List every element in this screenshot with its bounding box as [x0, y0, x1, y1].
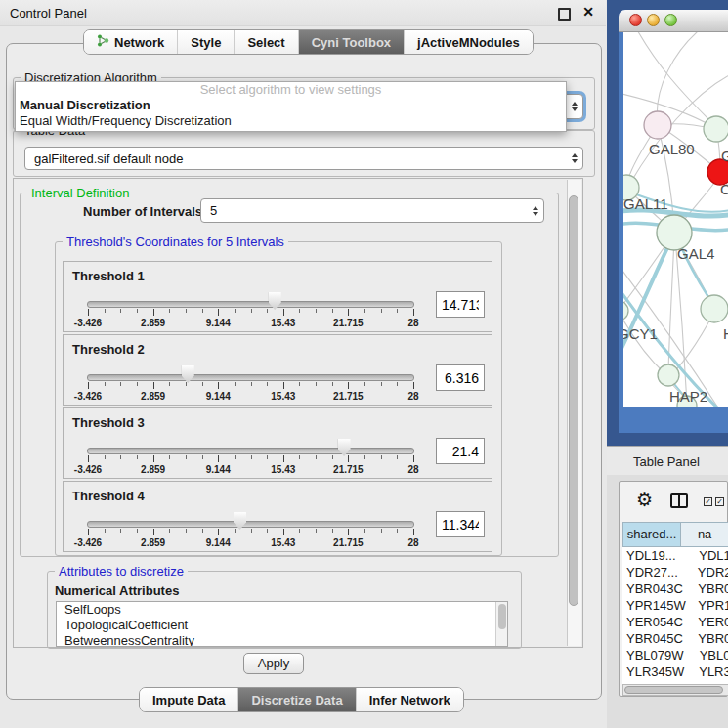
tick-mark: [332, 309, 333, 313]
node-label: C: [720, 181, 728, 197]
cell-name: YPR1: [690, 597, 728, 614]
network-node[interactable]: [658, 364, 679, 386]
slider-track[interactable]: [87, 448, 414, 454]
slider-track[interactable]: [87, 521, 414, 528]
tick-mark: [235, 455, 236, 459]
column-header-shared-name[interactable]: shared...: [622, 522, 681, 547]
slider-track[interactable]: [87, 301, 414, 308]
tick-mark: [88, 309, 89, 316]
tick-mark: [137, 455, 138, 459]
tick-label: 9.144: [206, 537, 231, 548]
tick-label: 15.43: [271, 391, 295, 402]
table-row[interactable]: YDR27...YDR2: [622, 564, 728, 580]
tick-label: 28: [407, 391, 418, 402]
threshold-value-field[interactable]: [436, 291, 485, 318]
number-of-intervals-value: 5: [201, 203, 528, 218]
table-hscrollbar-thumb[interactable]: [624, 686, 723, 694]
table-row[interactable]: YBL079WYBL0: [622, 647, 728, 664]
close-traffic-light[interactable]: [629, 14, 642, 26]
tick-label: 2.859: [141, 537, 165, 548]
tick-mark: [283, 382, 284, 389]
tab-cyni-toolbox[interactable]: Cyni Toolbox: [298, 30, 404, 54]
tick-mark: [332, 455, 333, 459]
tick-mark: [381, 382, 382, 386]
tab-select[interactable]: Select: [234, 30, 297, 54]
tick-label: 9.144: [206, 318, 231, 328]
cell-name: YBR0: [690, 630, 728, 647]
tick-mark: [413, 529, 414, 535]
attributes-scrollbar-thumb[interactable]: [498, 604, 506, 629]
tab-style[interactable]: Style: [177, 30, 234, 54]
network-node[interactable]: [701, 295, 728, 322]
threshold-value-field[interactable]: [436, 438, 485, 464]
number-of-intervals-combobox[interactable]: 5: [200, 198, 544, 223]
tab-network[interactable]: Network: [84, 30, 177, 54]
table-row[interactable]: YPR145WYPR1: [622, 597, 728, 614]
tick-label: 15.43: [271, 464, 295, 475]
zoom-traffic-light[interactable]: [664, 14, 677, 26]
threshold-label: Threshold 2: [72, 342, 145, 357]
settings-scrollbar-thumb[interactable]: [569, 195, 578, 606]
tab-infer-network[interactable]: Infer Network: [356, 688, 463, 711]
slider-track[interactable]: [87, 374, 414, 381]
network-graph: GAL80GACGAL11GAL4GCY1HHAP2: [623, 32, 728, 407]
tick-mark: [413, 455, 414, 462]
float-icon[interactable]: [558, 8, 571, 21]
tick-mark: [137, 382, 138, 386]
algorithm-dropdown-popup: Select algorithm to view settings Manual…: [15, 81, 567, 132]
select-columns-icon[interactable]: [704, 497, 724, 506]
tick-mark: [120, 309, 121, 313]
tab-discretize-data[interactable]: Discretize Data: [237, 688, 355, 711]
table-row[interactable]: YBR043CYBR0: [622, 580, 728, 597]
popup-item-manual-discretization[interactable]: Manual Discretization: [16, 98, 566, 113]
attributes-scrollbar-track[interactable]: [495, 602, 507, 646]
gear-icon[interactable]: [636, 489, 653, 511]
tick-mark: [283, 529, 284, 535]
attribute-list-item[interactable]: TopologicalCoefficient: [57, 618, 507, 633]
tick-mark: [267, 382, 268, 386]
threshold-value-field[interactable]: [436, 511, 485, 537]
threshold-label: Threshold 3: [72, 415, 145, 430]
network-canvas[interactable]: GAL80GACGAL11GAL4GCY1HHAP2: [623, 32, 728, 407]
checkbox-icon: [704, 497, 712, 506]
slider-ticks: -3.4262.8599.14415.4321.71528: [88, 382, 413, 402]
column-header-name[interactable]: na: [681, 522, 728, 547]
tick-mark: [202, 309, 203, 313]
tick-mark: [267, 529, 268, 533]
tab-impute-data[interactable]: Impute Data: [140, 688, 237, 711]
threshold-value-field[interactable]: [436, 364, 485, 391]
table-data-combobox[interactable]: galFiltered.sif default node: [24, 147, 583, 170]
tab-jactivemnodules[interactable]: jActiveMNodules: [404, 30, 533, 54]
network-node[interactable]: [623, 301, 628, 321]
node-table: shared... na: [622, 522, 728, 547]
table-panel-title: Table Panel: [633, 454, 700, 469]
threshold-panel: Threshold 3-3.4262.8599.14415.4321.71528: [63, 407, 492, 479]
bottom-tab-bar: Impute DataDiscretize DataInfer Network: [139, 687, 464, 712]
numerical-attributes-list[interactable]: SelfLoopsTopologicalCoefficientBetweenne…: [56, 601, 508, 647]
table-row[interactable]: YDL19...YDL1: [622, 547, 728, 564]
network-node[interactable]: [644, 111, 671, 139]
close-icon[interactable]: [582, 4, 594, 20]
tab-label: jActiveMNodules: [417, 35, 520, 50]
cell-shared-name: YDL19...: [622, 547, 691, 564]
minimize-traffic-light[interactable]: [647, 14, 660, 26]
tick-mark: [299, 309, 300, 313]
tick-mark: [397, 455, 398, 459]
tick-mark: [105, 382, 106, 386]
tick-mark: [137, 309, 138, 313]
network-node[interactable]: [704, 116, 728, 142]
tab-label: Infer Network: [369, 693, 450, 707]
popup-item-equal-width-frequency[interactable]: Equal Width/Frequency Discretization: [16, 113, 566, 129]
table-row[interactable]: YER054CYER0: [622, 614, 728, 630]
split-columns-icon[interactable]: [670, 493, 688, 508]
tick-label: -3.426: [74, 464, 102, 475]
apply-button[interactable]: Apply: [243, 653, 304, 674]
table-row[interactable]: YBR045CYBR0: [622, 630, 728, 647]
cell-name: YER0: [690, 614, 728, 630]
attribute-list-item[interactable]: BetweennessCentrality: [57, 633, 507, 647]
attribute-list-item[interactable]: SelfLoops: [57, 602, 507, 618]
table-hscrollbar-track[interactable]: [622, 684, 728, 696]
table-row[interactable]: YLR345WYLR3: [622, 664, 728, 680]
threshold-label: Threshold 1: [72, 269, 145, 283]
tick-mark: [105, 455, 106, 459]
